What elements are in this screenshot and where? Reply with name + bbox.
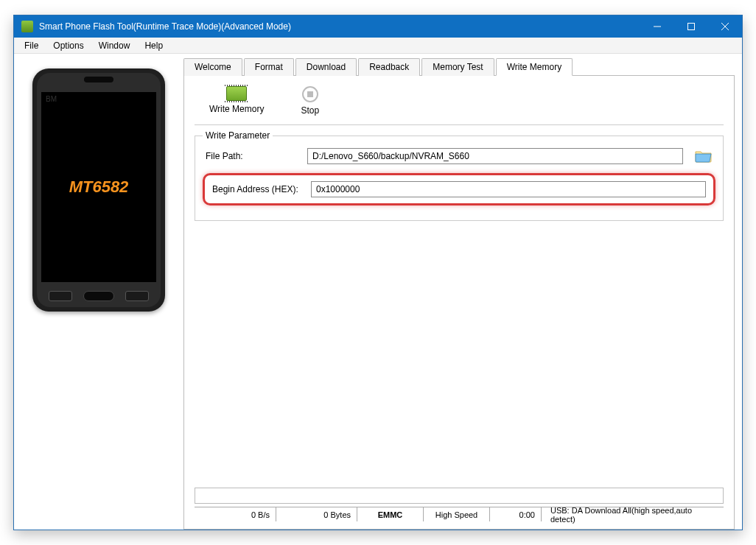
begin-address-row-highlight: Begin Address (HEX): [203,173,715,205]
phone-illustration: MT6582 BM [32,68,165,312]
client-area: MT6582 BM Welcome Format Download Readba… [14,54,742,530]
tab-download[interactable]: Download [295,58,357,76]
write-memory-button[interactable]: Write Memory [209,86,264,116]
window-title: Smart Phone Flash Tool(Runtime Trace Mod… [39,21,640,32]
fieldset-legend: Write Parameter [203,130,273,141]
phone-bm-label: BM [46,95,57,103]
phone-menu-button [49,291,72,301]
status-bytes: 0 Bytes [276,507,357,521]
desktop-background: Smart Phone Flash Tool(Runtime Trace Mod… [0,0,756,545]
menubar: File Options Window Help [14,38,742,54]
file-path-input[interactable] [307,148,683,164]
stop-label: Stop [301,105,319,116]
tab-content: Write Memory Stop Write Parameter File P… [183,75,735,530]
tab-memory-test[interactable]: Memory Test [421,58,494,76]
phone-home-button [83,291,114,301]
menu-window[interactable]: Window [91,39,138,52]
phone-speaker [84,77,113,82]
toolbar: Write Memory Stop [195,83,724,125]
tab-welcome[interactable]: Welcome [183,58,242,76]
menu-options[interactable]: Options [46,39,91,52]
status-rate: 0 B/s [195,507,276,521]
phone-back-button [125,291,149,301]
app-window: Smart Phone Flash Tool(Runtime Trace Mod… [13,15,743,530]
chip-icon [226,86,247,101]
write-parameter-fieldset: Write Parameter File Path: Begin Address… [195,136,724,221]
titlebar[interactable]: Smart Phone Flash Tool(Runtime Trace Mod… [14,15,742,38]
right-panel: Welcome Format Download Readback Memory … [183,54,742,530]
status-usb: USB: DA Download All(high speed,auto det… [541,507,724,521]
left-panel: MT6582 BM [14,54,183,530]
chipset-label: MT6582 [69,177,129,197]
app-icon [21,21,33,32]
menu-help[interactable]: Help [137,39,170,52]
file-path-label: File Path: [206,151,301,161]
close-button[interactable] [708,15,742,38]
bottom-empty-field[interactable] [195,488,724,504]
phone-screen: MT6582 [41,92,156,282]
tab-strip: Welcome Format Download Readback Memory … [183,58,735,76]
status-storage: EMMC [357,507,423,521]
status-time: 0:00 [489,507,541,521]
tab-write-memory[interactable]: Write Memory [496,58,573,76]
begin-address-label: Begin Address (HEX): [212,184,305,194]
content-spacer [195,221,724,483]
stop-icon [302,86,318,102]
menu-file[interactable]: File [17,39,46,52]
statusbar: 0 B/s 0 Bytes EMMC High Speed 0:00 USB: … [195,507,724,521]
minimize-button[interactable] [640,15,674,38]
maximize-button[interactable] [674,15,708,38]
tab-format[interactable]: Format [244,58,294,76]
write-memory-label: Write Memory [209,104,264,114]
tab-readback[interactable]: Readback [358,58,420,76]
begin-address-input[interactable] [311,181,706,197]
file-path-row: File Path: [206,148,713,164]
phone-buttons [32,286,165,306]
status-speed: High Speed [423,507,489,521]
svg-rect-0 [688,24,695,30]
browse-folder-icon[interactable] [695,150,713,163]
stop-button[interactable]: Stop [301,86,319,116]
